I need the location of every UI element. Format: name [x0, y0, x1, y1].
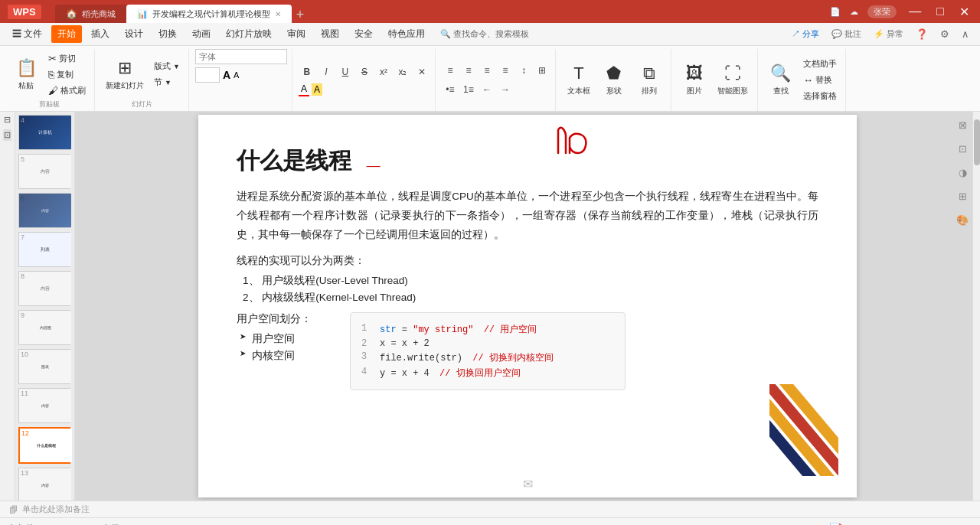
section-button[interactable]: 节 ▼	[150, 75, 184, 90]
slide-thumb-11[interactable]: 11 内容	[18, 388, 70, 423]
code-block: 1 str = "my string" // 用户空间 2 x = x + 2	[350, 312, 626, 390]
tab-document-close[interactable]: ✕	[275, 10, 281, 18]
format-brush-button[interactable]: 🖌 格式刷	[44, 83, 90, 98]
font-color-button[interactable]: A	[299, 83, 309, 96]
right-tool-5[interactable]: 🎨	[956, 214, 969, 226]
tab-home[interactable]: 🏠 稻壳商城	[55, 5, 126, 23]
indent-inc-button[interactable]: →	[497, 81, 514, 98]
right-tool-4[interactable]: ⊞	[959, 191, 967, 202]
layout-button[interactable]: 版式 ▼	[150, 59, 184, 73]
user-space-title: 用户空间划分：	[237, 312, 328, 326]
line-spacing-button[interactable]: ↕	[515, 62, 532, 79]
copy-button[interactable]: ⎘ 复制	[44, 67, 90, 82]
slide-thumb-4[interactable]: 4 计算机	[18, 115, 70, 150]
picture-icon: 🖼	[686, 64, 703, 83]
slide-thumb-6[interactable]: 6 内容	[18, 193, 70, 228]
mode-btn[interactable]: ⚡ 异常	[869, 27, 908, 41]
font-size-small-btn[interactable]: A	[234, 70, 239, 80]
subscript-button[interactable]: x₂	[394, 64, 411, 80]
list-view-icon[interactable]: ⊡	[3, 129, 11, 141]
number-list-button[interactable]: 1≡	[460, 81, 477, 98]
columns-button[interactable]: ⊞	[534, 62, 550, 79]
shapes-button[interactable]: ⬟ 形状	[597, 60, 631, 99]
align-left-button[interactable]: ≡	[442, 62, 459, 79]
smart-art-button[interactable]: ⛶ 智能图形	[713, 60, 753, 99]
menu-animation[interactable]: 动画	[186, 25, 217, 43]
slide-thumb-5[interactable]: 5 内容	[18, 154, 70, 189]
slide-thumb-7[interactable]: 7 列表	[18, 232, 70, 267]
help-btn[interactable]: ❓	[911, 27, 933, 41]
slide-thumb-12[interactable]: 12 什么是线程	[18, 427, 70, 464]
menu-design[interactable]: 设计	[119, 25, 149, 43]
right-tool-3[interactable]: ◑	[959, 167, 967, 178]
vertical-scrollbar[interactable]	[972, 112, 980, 501]
tab-document[interactable]: 📊 开发编程之现代计算机理论模型 ✕	[126, 5, 292, 23]
new-slide-label: 新建幻灯片	[106, 80, 144, 91]
menu-slideshow[interactable]: 幻灯片放映	[220, 25, 278, 43]
menu-insert[interactable]: 插入	[85, 25, 116, 43]
view-outline[interactable]: ≡	[798, 522, 808, 526]
assist-button[interactable]: 文档助手	[799, 57, 841, 71]
view-slide-sorter[interactable]: ⊞	[811, 522, 825, 526]
slide-paragraph-1: 进程是系统分配资源的基本单位，线程是调度CPU的基本单位，一个进程至少包含一个执…	[237, 188, 818, 245]
picture-button[interactable]: 🖼 图片	[678, 60, 711, 99]
bold-button[interactable]: B	[299, 64, 315, 80]
comments-btn[interactable]: 💬 批注	[827, 27, 866, 41]
right-tool-1[interactable]: ⊠	[959, 119, 967, 131]
view-notes[interactable]: 📝	[827, 522, 844, 526]
font-size-large-btn[interactable]: A	[223, 69, 230, 81]
clear-format-button[interactable]: ✕	[413, 64, 430, 80]
paste-button[interactable]: 📋 粘贴	[9, 55, 43, 94]
align-right-button[interactable]: ≡	[479, 62, 495, 79]
share-btn[interactable]: ↗ 分享	[787, 27, 824, 41]
menu-transition[interactable]: 切换	[152, 25, 183, 43]
cut-button[interactable]: ✂ 剪切	[44, 51, 90, 66]
grid-view-icon[interactable]: ⊟	[4, 115, 11, 125]
font-size-input[interactable]	[195, 67, 220, 83]
close-button[interactable]: ✕	[956, 5, 972, 19]
menu-review[interactable]: 审阅	[281, 25, 312, 43]
menu-start[interactable]: 开始	[51, 25, 82, 43]
view-slideshow[interactable]: ▶	[847, 522, 860, 526]
code-content-4: y = x + 4 // 切换回用户空间	[380, 367, 521, 380]
font-family-input[interactable]	[195, 49, 287, 64]
align-justify-button[interactable]: ≡	[497, 62, 514, 79]
find-button[interactable]: 🔍 查找	[764, 60, 798, 99]
maximize-button[interactable]: □	[933, 5, 947, 18]
new-tab-button[interactable]: +	[292, 7, 309, 23]
slide-thumb-8[interactable]: 8 内容	[18, 271, 70, 306]
highlight-button[interactable]: A	[312, 83, 322, 96]
select-pane-button[interactable]: 选择窗格	[799, 89, 841, 103]
scroll-thumb[interactable]	[974, 119, 980, 165]
find-label: 查找	[773, 86, 789, 96]
slide-thumb-13[interactable]: 13 内容	[18, 468, 70, 501]
align-center-button[interactable]: ≡	[460, 62, 477, 79]
view-normal[interactable]: ⊡	[782, 522, 795, 526]
indent-dec-button[interactable]: ←	[479, 81, 495, 98]
settings-btn[interactable]: ⚙	[936, 27, 954, 41]
annotation-dash: —	[367, 157, 381, 174]
italic-button[interactable]: I	[318, 64, 335, 80]
arrange-button[interactable]: ⧉ 排列	[632, 60, 666, 99]
replace-button[interactable]: ↔ 替换	[799, 73, 841, 87]
user-avatar[interactable]: 张荣	[867, 5, 897, 18]
menu-special[interactable]: 特色应用	[382, 25, 431, 43]
slide-thumb-9[interactable]: 9 内容图	[18, 310, 70, 345]
strikethrough-button[interactable]: S	[356, 64, 373, 80]
superscript-button[interactable]: x²	[375, 64, 392, 80]
text-box-button[interactable]: T 文本框	[562, 60, 596, 99]
menu-security[interactable]: 安全	[348, 25, 379, 43]
menu-view[interactable]: 视图	[315, 25, 345, 43]
menu-search[interactable]: 🔍 查找命令、搜索模板	[434, 26, 535, 42]
bullet-list-button[interactable]: •≡	[442, 81, 459, 98]
collapse-btn[interactable]: ∧	[957, 27, 974, 41]
arrange-icon: ⧉	[643, 64, 655, 83]
home-tab-icon: 🏠	[66, 8, 77, 19]
menu-file[interactable]: ☰ 文件	[6, 25, 48, 43]
underline-button[interactable]: U	[337, 64, 354, 80]
notes-placeholder[interactable]: 单击此处添加备注	[22, 504, 90, 515]
right-tool-2[interactable]: ⊡	[959, 143, 967, 155]
new-slide-button[interactable]: ⊞ 新建幻灯片	[101, 55, 149, 94]
slide-thumb-10[interactable]: 10 图表	[18, 349, 70, 384]
minimize-button[interactable]: —	[906, 5, 924, 18]
